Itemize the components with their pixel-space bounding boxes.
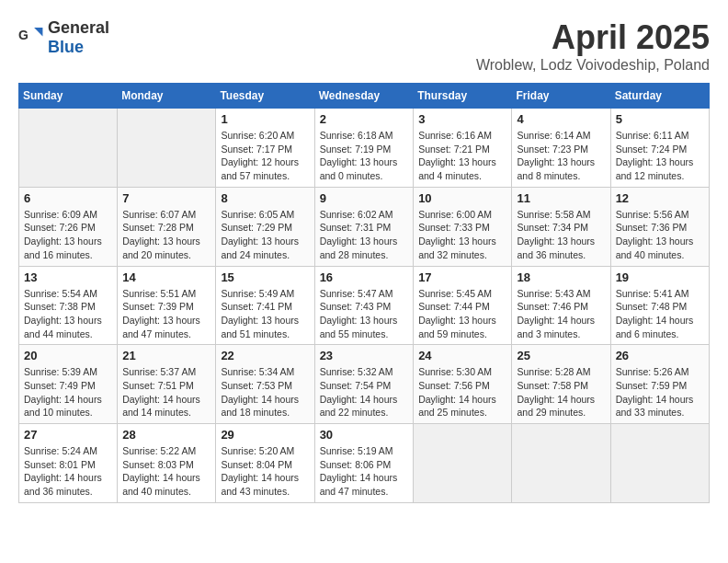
calendar-cell	[610, 424, 709, 503]
day-info: Sunrise: 6:02 AMSunset: 7:31 PMDaylight:…	[320, 208, 409, 262]
day-number: 30	[320, 428, 409, 442]
calendar-cell: 2Sunrise: 6:18 AMSunset: 7:19 PMDaylight…	[314, 109, 414, 188]
svg-marker-1	[34, 28, 42, 36]
calendar-cell: 4Sunrise: 6:14 AMSunset: 7:23 PMDaylight…	[512, 109, 610, 188]
day-number: 28	[122, 428, 210, 442]
day-info: Sunrise: 6:14 AMSunset: 7:23 PMDaylight:…	[517, 129, 605, 183]
day-info: Sunrise: 5:47 AMSunset: 7:43 PMDaylight:…	[320, 287, 409, 341]
day-info: Sunrise: 5:34 AMSunset: 7:53 PMDaylight:…	[221, 365, 309, 419]
day-number: 13	[24, 270, 112, 284]
day-info: Sunrise: 5:56 AMSunset: 7:36 PMDaylight:…	[616, 208, 704, 262]
day-number: 12	[616, 191, 704, 205]
calendar-cell	[118, 109, 216, 188]
day-info: Sunrise: 5:39 AMSunset: 7:49 PMDaylight:…	[24, 365, 112, 419]
calendar-cell: 12Sunrise: 5:56 AMSunset: 7:36 PMDayligh…	[610, 187, 709, 266]
calendar-cell: 16Sunrise: 5:47 AMSunset: 7:43 PMDayligh…	[314, 266, 414, 345]
calendar-cell: 17Sunrise: 5:45 AMSunset: 7:44 PMDayligh…	[414, 266, 512, 345]
day-info: Sunrise: 5:26 AMSunset: 7:59 PMDaylight:…	[616, 365, 704, 419]
day-info: Sunrise: 5:41 AMSunset: 7:48 PMDaylight:…	[616, 287, 704, 341]
weekday-header-thursday: Thursday	[414, 84, 512, 109]
day-number: 16	[320, 270, 409, 284]
calendar-cell: 6Sunrise: 6:09 AMSunset: 7:26 PMDaylight…	[19, 187, 118, 266]
day-number: 5	[616, 112, 704, 126]
day-number: 8	[221, 191, 309, 205]
calendar-cell: 13Sunrise: 5:54 AMSunset: 7:38 PMDayligh…	[19, 266, 118, 345]
calendar-cell: 1Sunrise: 6:20 AMSunset: 7:17 PMDaylight…	[216, 109, 314, 188]
page-header: G General Blue April 2025 Wroblew, Lodz …	[18, 18, 710, 74]
calendar-table: SundayMondayTuesdayWednesdayThursdayFrid…	[18, 83, 710, 503]
calendar-header-row: SundayMondayTuesdayWednesdayThursdayFrid…	[19, 84, 710, 109]
calendar-week-row: 1Sunrise: 6:20 AMSunset: 7:17 PMDaylight…	[19, 109, 710, 188]
logo-icon: G	[18, 25, 44, 51]
day-number: 4	[517, 112, 605, 126]
calendar-cell: 23Sunrise: 5:32 AMSunset: 7:54 PMDayligh…	[314, 345, 414, 424]
day-number: 22	[221, 349, 309, 362]
calendar-cell: 15Sunrise: 5:49 AMSunset: 7:41 PMDayligh…	[216, 266, 314, 345]
weekday-header-monday: Monday	[118, 84, 216, 109]
calendar-cell: 18Sunrise: 5:43 AMSunset: 7:46 PMDayligh…	[512, 266, 610, 345]
day-number: 11	[517, 191, 605, 205]
calendar-cell: 8Sunrise: 6:05 AMSunset: 7:29 PMDaylight…	[216, 187, 314, 266]
logo-general-text: General	[48, 18, 109, 37]
day-number: 2	[320, 112, 409, 126]
day-info: Sunrise: 5:20 AMSunset: 8:04 PMDaylight:…	[221, 444, 309, 499]
day-number: 20	[24, 349, 112, 362]
day-number: 6	[24, 191, 112, 205]
day-info: Sunrise: 5:24 AMSunset: 8:01 PMDaylight:…	[24, 444, 112, 499]
calendar-cell: 10Sunrise: 6:00 AMSunset: 7:33 PMDayligh…	[414, 187, 512, 266]
month-year-title: April 2025	[476, 18, 710, 57]
day-info: Sunrise: 5:28 AMSunset: 7:58 PMDaylight:…	[517, 365, 605, 419]
calendar-cell: 25Sunrise: 5:28 AMSunset: 7:58 PMDayligh…	[512, 345, 610, 424]
day-info: Sunrise: 6:16 AMSunset: 7:21 PMDaylight:…	[418, 129, 506, 183]
calendar-cell: 14Sunrise: 5:51 AMSunset: 7:39 PMDayligh…	[118, 266, 216, 345]
day-number: 7	[122, 191, 210, 205]
day-info: Sunrise: 6:20 AMSunset: 7:17 PMDaylight:…	[221, 129, 309, 183]
calendar-cell: 22Sunrise: 5:34 AMSunset: 7:53 PMDayligh…	[216, 345, 314, 424]
calendar-cell	[414, 424, 512, 503]
logo-blue-text: Blue	[48, 38, 84, 56]
calendar-cell: 21Sunrise: 5:37 AMSunset: 7:51 PMDayligh…	[118, 345, 216, 424]
calendar-week-row: 20Sunrise: 5:39 AMSunset: 7:49 PMDayligh…	[19, 345, 710, 424]
day-number: 23	[320, 349, 409, 362]
day-number: 18	[517, 270, 605, 284]
day-number: 19	[616, 270, 704, 284]
calendar-week-row: 6Sunrise: 6:09 AMSunset: 7:26 PMDaylight…	[19, 187, 710, 266]
svg-text:G: G	[18, 28, 28, 42]
day-info: Sunrise: 5:32 AMSunset: 7:54 PMDaylight:…	[320, 365, 409, 419]
calendar-week-row: 13Sunrise: 5:54 AMSunset: 7:38 PMDayligh…	[19, 266, 710, 345]
day-info: Sunrise: 6:11 AMSunset: 7:24 PMDaylight:…	[616, 129, 704, 183]
day-info: Sunrise: 5:30 AMSunset: 7:56 PMDaylight:…	[418, 365, 506, 419]
calendar-cell: 11Sunrise: 5:58 AMSunset: 7:34 PMDayligh…	[512, 187, 610, 266]
day-info: Sunrise: 5:22 AMSunset: 8:03 PMDaylight:…	[122, 444, 210, 499]
day-number: 9	[320, 191, 409, 205]
day-info: Sunrise: 6:18 AMSunset: 7:19 PMDaylight:…	[320, 129, 409, 183]
day-info: Sunrise: 5:51 AMSunset: 7:39 PMDaylight:…	[122, 287, 210, 341]
calendar-cell: 27Sunrise: 5:24 AMSunset: 8:01 PMDayligh…	[19, 424, 118, 503]
day-number: 1	[221, 112, 309, 126]
day-info: Sunrise: 6:05 AMSunset: 7:29 PMDaylight:…	[221, 208, 309, 262]
day-number: 26	[616, 349, 704, 362]
calendar-cell	[19, 109, 118, 188]
logo: G General Blue	[18, 18, 109, 57]
weekday-header-wednesday: Wednesday	[314, 84, 414, 109]
calendar-cell: 7Sunrise: 6:07 AMSunset: 7:28 PMDaylight…	[118, 187, 216, 266]
day-number: 15	[221, 270, 309, 284]
weekday-header-friday: Friday	[512, 84, 610, 109]
calendar-cell: 19Sunrise: 5:41 AMSunset: 7:48 PMDayligh…	[610, 266, 709, 345]
calendar-cell: 28Sunrise: 5:22 AMSunset: 8:03 PMDayligh…	[118, 424, 216, 503]
day-number: 29	[221, 428, 309, 442]
location-subtitle: Wroblew, Lodz Voivodeship, Poland	[476, 57, 710, 74]
weekday-header-saturday: Saturday	[610, 84, 709, 109]
day-info: Sunrise: 5:43 AMSunset: 7:46 PMDaylight:…	[517, 287, 605, 341]
calendar-cell: 3Sunrise: 6:16 AMSunset: 7:21 PMDaylight…	[414, 109, 512, 188]
day-number: 21	[122, 349, 210, 362]
day-info: Sunrise: 5:19 AMSunset: 8:06 PMDaylight:…	[320, 444, 409, 499]
calendar-week-row: 27Sunrise: 5:24 AMSunset: 8:01 PMDayligh…	[19, 424, 710, 503]
calendar-cell: 9Sunrise: 6:02 AMSunset: 7:31 PMDaylight…	[314, 187, 414, 266]
day-number: 25	[517, 349, 605, 362]
calendar-cell: 29Sunrise: 5:20 AMSunset: 8:04 PMDayligh…	[216, 424, 314, 503]
calendar-cell: 30Sunrise: 5:19 AMSunset: 8:06 PMDayligh…	[314, 424, 414, 503]
calendar-cell: 5Sunrise: 6:11 AMSunset: 7:24 PMDaylight…	[610, 109, 709, 188]
day-info: Sunrise: 6:09 AMSunset: 7:26 PMDaylight:…	[24, 208, 112, 262]
calendar-cell	[512, 424, 610, 503]
